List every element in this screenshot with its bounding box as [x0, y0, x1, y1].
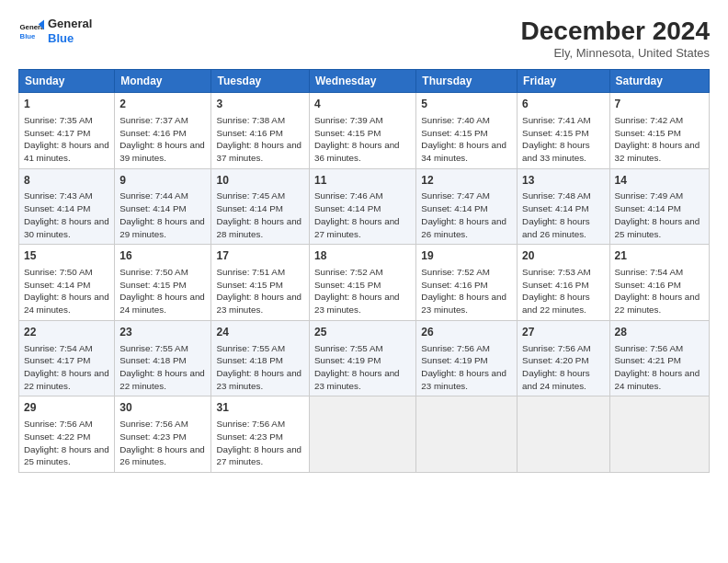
sunset-text: Sunset: 4:14 PM: [216, 203, 282, 213]
daylight-text: Daylight: 8 hours and 24 minutes.: [615, 368, 700, 391]
day-cell: 25Sunrise: 7:55 AMSunset: 4:19 PMDayligh…: [309, 320, 415, 396]
sunrise-text: Sunrise: 7:56 AM: [615, 343, 684, 353]
sunset-text: Sunset: 4:19 PM: [421, 355, 487, 365]
daylight-text: Daylight: 8 hours and 32 minutes.: [615, 140, 700, 163]
sunrise-text: Sunrise: 7:49 AM: [615, 190, 684, 201]
daylight-text: Daylight: 8 hours and 22 minutes.: [24, 368, 109, 391]
daylight-text: Daylight: 8 hours and 25 minutes.: [24, 444, 109, 467]
day-number: 1: [24, 97, 109, 112]
daylight-text: Daylight: 8 hours and 29 minutes.: [119, 216, 205, 239]
sunrise-text: Sunrise: 7:35 AM: [24, 115, 93, 125]
col-header-sunday: Sunday: [19, 70, 115, 93]
week-row-3: 15Sunrise: 7:50 AMSunset: 4:14 PMDayligh…: [19, 245, 710, 321]
day-cell: 4Sunrise: 7:39 AMSunset: 4:15 PMDaylight…: [309, 93, 415, 169]
sunset-text: Sunset: 4:18 PM: [119, 355, 186, 365]
sunset-text: Sunset: 4:14 PM: [314, 203, 381, 213]
sunrise-text: Sunrise: 7:55 AM: [119, 343, 188, 353]
sunrise-text: Sunrise: 7:43 AM: [24, 190, 93, 201]
day-number: 29: [24, 400, 109, 416]
daylight-text: Daylight: 8 hours and 23 minutes.: [216, 368, 301, 391]
day-cell: 29Sunrise: 7:56 AMSunset: 4:22 PMDayligh…: [19, 396, 115, 473]
col-header-thursday: Thursday: [416, 70, 518, 93]
daylight-text: Daylight: 8 hours and 25 minutes.: [615, 216, 700, 239]
header: General Blue General Blue December 2024 …: [18, 17, 710, 60]
day-cell: [309, 396, 415, 473]
header-row: SundayMondayTuesdayWednesdayThursdayFrid…: [19, 70, 710, 93]
col-header-saturday: Saturday: [609, 70, 709, 93]
day-cell: 19Sunrise: 7:52 AMSunset: 4:16 PMDayligh…: [416, 245, 518, 321]
sunset-text: Sunset: 4:14 PM: [421, 203, 487, 213]
day-cell: [416, 396, 518, 473]
sunset-text: Sunset: 4:14 PM: [119, 203, 186, 213]
daylight-text: Daylight: 8 hours and 23 minutes.: [314, 368, 400, 391]
daylight-text: Daylight: 8 hours and 23 minutes.: [314, 292, 400, 315]
day-number: 14: [615, 173, 704, 189]
day-number: 30: [119, 400, 206, 416]
sunrise-text: Sunrise: 7:53 AM: [522, 267, 591, 277]
sunrise-text: Sunrise: 7:37 AM: [119, 115, 188, 125]
day-number: 16: [119, 248, 206, 264]
daylight-text: Daylight: 8 hours and 41 minutes.: [24, 140, 109, 163]
day-cell: 17Sunrise: 7:51 AMSunset: 4:15 PMDayligh…: [211, 245, 310, 321]
day-cell: 3Sunrise: 7:38 AMSunset: 4:16 PMDaylight…: [211, 93, 310, 169]
week-row-2: 8Sunrise: 7:43 AMSunset: 4:14 PMDaylight…: [19, 168, 710, 245]
day-cell: 16Sunrise: 7:50 AMSunset: 4:15 PMDayligh…: [115, 245, 211, 321]
day-number: 23: [119, 325, 206, 340]
day-number: 10: [216, 173, 304, 189]
sunrise-text: Sunrise: 7:46 AM: [314, 190, 383, 201]
sunset-text: Sunset: 4:16 PM: [216, 128, 282, 138]
day-number: 22: [24, 325, 109, 340]
sunrise-text: Sunrise: 7:47 AM: [421, 190, 490, 201]
sunset-text: Sunset: 4:15 PM: [615, 128, 681, 138]
title-block: December 2024 Ely, Minnesota, United Sta…: [521, 17, 710, 60]
sunrise-text: Sunrise: 7:56 AM: [522, 343, 591, 353]
calendar-page: General Blue General Blue December 2024 …: [0, 0, 728, 563]
location: Ely, Minnesota, United States: [521, 46, 710, 60]
day-cell: 18Sunrise: 7:52 AMSunset: 4:15 PMDayligh…: [309, 245, 415, 321]
daylight-text: Daylight: 8 hours and 23 minutes.: [421, 292, 506, 315]
day-number: 2: [119, 97, 206, 112]
day-cell: 24Sunrise: 7:55 AMSunset: 4:18 PMDayligh…: [211, 320, 310, 396]
logo-line2: Blue: [48, 31, 92, 46]
day-number: 31: [216, 400, 304, 416]
sunset-text: Sunset: 4:23 PM: [119, 431, 186, 442]
col-header-friday: Friday: [518, 70, 609, 93]
sunset-text: Sunset: 4:18 PM: [216, 355, 282, 365]
daylight-text: Daylight: 8 hours and 26 minutes.: [421, 216, 506, 239]
sunset-text: Sunset: 4:14 PM: [24, 280, 90, 290]
calendar-table: SundayMondayTuesdayWednesdayThursdayFrid…: [18, 69, 710, 473]
daylight-text: Daylight: 8 hours and 33 minutes.: [522, 140, 590, 163]
sunrise-text: Sunrise: 7:56 AM: [119, 419, 188, 429]
sunrise-text: Sunrise: 7:55 AM: [314, 343, 383, 353]
daylight-text: Daylight: 8 hours and 39 minutes.: [119, 140, 205, 163]
day-cell: [518, 396, 609, 473]
day-cell: 30Sunrise: 7:56 AMSunset: 4:23 PMDayligh…: [115, 396, 211, 473]
sunset-text: Sunset: 4:20 PM: [522, 355, 588, 365]
day-cell: 14Sunrise: 7:49 AMSunset: 4:14 PMDayligh…: [609, 168, 709, 245]
week-row-4: 22Sunrise: 7:54 AMSunset: 4:17 PMDayligh…: [19, 320, 710, 396]
day-number: 17: [216, 248, 304, 264]
sunrise-text: Sunrise: 7:44 AM: [119, 190, 188, 201]
sunrise-text: Sunrise: 7:52 AM: [314, 267, 383, 277]
sunrise-text: Sunrise: 7:39 AM: [314, 115, 383, 125]
day-cell: 20Sunrise: 7:53 AMSunset: 4:16 PMDayligh…: [518, 245, 609, 321]
sunset-text: Sunset: 4:23 PM: [216, 431, 282, 442]
sunrise-text: Sunrise: 7:54 AM: [24, 343, 93, 353]
month-title: December 2024: [521, 17, 710, 46]
day-number: 9: [119, 173, 206, 189]
daylight-text: Daylight: 8 hours and 26 minutes.: [522, 216, 590, 239]
day-cell: 1Sunrise: 7:35 AMSunset: 4:17 PMDaylight…: [19, 93, 115, 169]
sunset-text: Sunset: 4:14 PM: [615, 203, 681, 213]
day-number: 19: [421, 248, 512, 264]
day-number: 7: [615, 97, 704, 112]
day-number: 21: [615, 248, 704, 264]
sunset-text: Sunset: 4:15 PM: [314, 280, 381, 290]
daylight-text: Daylight: 8 hours and 22 minutes.: [522, 292, 590, 315]
sunset-text: Sunset: 4:16 PM: [522, 280, 588, 290]
day-cell: 21Sunrise: 7:54 AMSunset: 4:16 PMDayligh…: [609, 245, 709, 321]
day-number: 28: [615, 325, 704, 340]
day-cell: 31Sunrise: 7:56 AMSunset: 4:23 PMDayligh…: [211, 396, 310, 473]
day-cell: 2Sunrise: 7:37 AMSunset: 4:16 PMDaylight…: [115, 93, 211, 169]
sunset-text: Sunset: 4:21 PM: [615, 355, 681, 365]
day-number: 18: [314, 248, 411, 264]
